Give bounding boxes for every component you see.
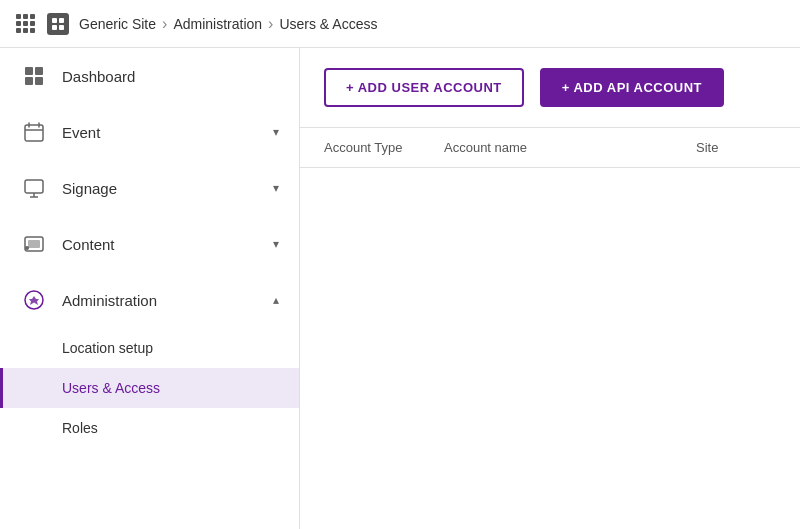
col-account-name: Account name: [444, 140, 696, 155]
sidebar-sub-item-location-setup[interactable]: Location setup: [0, 328, 299, 368]
svg-point-17: [25, 246, 29, 250]
col-account-type: Account Type: [324, 140, 444, 155]
svg-rect-12: [25, 180, 43, 193]
administration-chevron-icon: ▴: [273, 293, 279, 307]
signage-icon: [20, 174, 48, 202]
sidebar-item-content[interactable]: Content ▾: [0, 216, 299, 272]
sidebar-item-dashboard[interactable]: Dashboard: [0, 48, 299, 104]
breadcrumb-site[interactable]: Generic Site: [79, 16, 156, 32]
svg-rect-8: [25, 125, 43, 141]
event-chevron-icon: ▾: [273, 125, 279, 139]
add-api-account-button[interactable]: + ADD API ACCOUNT: [540, 68, 724, 107]
main-header: + ADD USER ACCOUNT + ADD API ACCOUNT: [300, 48, 800, 128]
event-icon: [20, 118, 48, 146]
content-chevron-icon: ▾: [273, 237, 279, 251]
sidebar: Dashboard Event ▾: [0, 48, 300, 529]
admin-icon: [20, 286, 48, 314]
breadcrumb: Generic Site › Administration › Users & …: [79, 15, 377, 33]
svg-rect-6: [25, 77, 33, 85]
breadcrumb-current: Users & Access: [279, 16, 377, 32]
table-header: Account Type Account name Site: [300, 128, 800, 168]
content-icon: [20, 230, 48, 258]
sidebar-item-signage[interactable]: Signage ▾: [0, 160, 299, 216]
sidebar-item-event[interactable]: Event ▾: [0, 104, 299, 160]
sidebar-sub-item-roles-label: Roles: [62, 420, 98, 436]
sidebar-item-administration-label: Administration: [62, 292, 273, 309]
breadcrumb-sep2: ›: [268, 15, 273, 33]
sidebar-sub-item-users-access-label: Users & Access: [62, 380, 160, 396]
sidebar-sub-item-users-access[interactable]: Users & Access: [0, 368, 299, 408]
sidebar-item-administration[interactable]: Administration ▴: [0, 272, 299, 328]
svg-rect-16: [28, 240, 40, 248]
svg-rect-5: [35, 67, 43, 75]
topbar: Generic Site › Administration › Users & …: [0, 0, 800, 48]
apps-icon[interactable]: [16, 14, 35, 33]
sidebar-item-content-label: Content: [62, 236, 273, 253]
signage-chevron-icon: ▾: [273, 181, 279, 195]
main-content: + ADD USER ACCOUNT + ADD API ACCOUNT Acc…: [300, 48, 800, 529]
svg-rect-1: [59, 18, 64, 23]
sidebar-item-signage-label: Signage: [62, 180, 273, 197]
site-icon: [47, 13, 69, 35]
svg-rect-4: [25, 67, 33, 75]
sidebar-item-dashboard-label: Dashboard: [62, 68, 279, 85]
sidebar-sub-item-roles[interactable]: Roles: [0, 408, 299, 448]
main-layout: Dashboard Event ▾: [0, 48, 800, 529]
breadcrumb-admin[interactable]: Administration: [173, 16, 262, 32]
sidebar-sub-item-location-setup-label: Location setup: [62, 340, 153, 356]
sidebar-item-event-label: Event: [62, 124, 273, 141]
dashboard-icon: [20, 62, 48, 90]
col-site: Site: [696, 140, 776, 155]
svg-rect-3: [59, 25, 64, 30]
breadcrumb-sep1: ›: [162, 15, 167, 33]
svg-rect-0: [52, 18, 57, 23]
svg-rect-2: [52, 25, 57, 30]
svg-rect-7: [35, 77, 43, 85]
add-user-account-button[interactable]: + ADD USER ACCOUNT: [324, 68, 524, 107]
